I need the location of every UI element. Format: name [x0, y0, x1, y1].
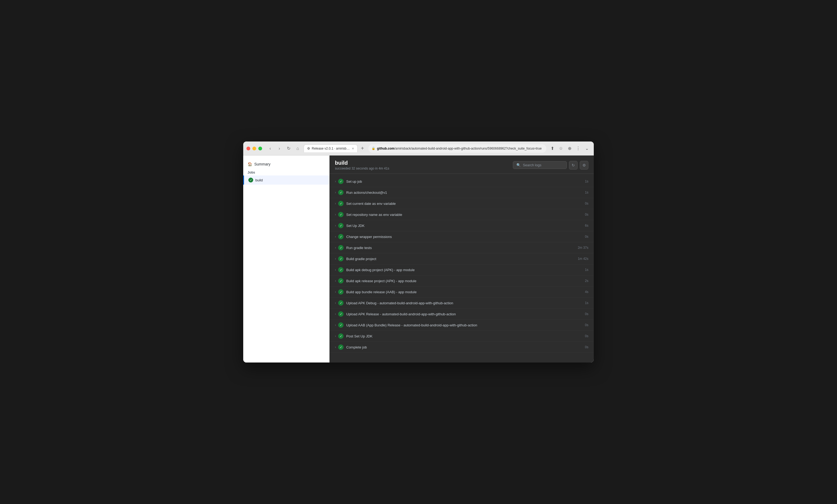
- step-name: Build apk release project (APK) - app mo…: [346, 279, 575, 283]
- step-item[interactable]: › ✓ Run actions/checkout@v1 1s: [330, 187, 594, 198]
- step-name: Run gradle tests: [346, 246, 575, 250]
- step-success-icon: ✓: [338, 334, 343, 339]
- home-button[interactable]: ⌂: [294, 145, 301, 152]
- step-item[interactable]: › ✓ Build apk release project (APK) - ap…: [330, 275, 594, 287]
- browser-navigation: ‹ › ↻ ⌂: [266, 145, 301, 152]
- step-item[interactable]: › ✓ Run gradle tests 2m 37s: [330, 242, 594, 253]
- step-duration: 0s: [575, 213, 588, 216]
- tab-close-button[interactable]: ×: [352, 146, 354, 151]
- step-chevron-icon: ›: [335, 312, 336, 316]
- step-chevron-icon: ›: [335, 224, 336, 228]
- step-name: Run actions/checkout@v1: [346, 191, 575, 195]
- step-chevron-icon: ›: [335, 290, 336, 294]
- step-duration: 0s: [575, 312, 588, 316]
- traffic-lights: [247, 147, 262, 150]
- settings-button[interactable]: ⚙: [580, 161, 588, 169]
- address-text: github.com/amirisback/automated-build-an…: [377, 147, 543, 150]
- step-item[interactable]: › ✓ Complete job 0s: [330, 342, 594, 353]
- step-name: Build gradle project: [346, 257, 575, 261]
- step-chevron-icon: ›: [335, 323, 336, 327]
- step-success-icon: ✓: [338, 267, 343, 272]
- refresh-button[interactable]: ↻: [569, 161, 577, 169]
- share-icon[interactable]: ⬆: [549, 145, 556, 152]
- refresh-icon: ↻: [572, 163, 575, 167]
- new-tab-button[interactable]: +: [359, 145, 366, 152]
- active-tab[interactable]: ⚙ Release v2.0.1 · amirisback/au ×: [304, 144, 358, 152]
- step-duration: 0s: [575, 323, 588, 327]
- step-item[interactable]: › ✓ Post Set Up JDK 0s: [330, 331, 594, 342]
- step-duration: 1s: [575, 268, 588, 272]
- bookmark-icon[interactable]: ☆: [557, 145, 565, 152]
- minimize-traffic-light[interactable]: [252, 147, 256, 150]
- step-duration: 0s: [575, 334, 588, 338]
- build-job-label: build: [255, 178, 263, 182]
- step-item[interactable]: › ✓ Upload APK Debug - automated-build-a…: [330, 298, 594, 309]
- summary-label: Summary: [254, 162, 270, 166]
- search-placeholder: Search logs: [523, 163, 541, 167]
- step-success-icon: ✓: [338, 245, 343, 250]
- maximize-traffic-light[interactable]: [258, 147, 262, 150]
- search-icon: 🔍: [516, 163, 521, 167]
- extensions-icon[interactable]: ⊕: [566, 145, 573, 152]
- step-chevron-icon: ›: [335, 202, 336, 205]
- step-item[interactable]: › ✓ Build gradle project 1m 42s: [330, 253, 594, 265]
- step-success-icon: ✓: [338, 234, 343, 239]
- step-chevron-icon: ›: [335, 334, 336, 338]
- step-name: Change wrapper permissions: [346, 235, 575, 239]
- step-duration: 0s: [575, 345, 588, 349]
- step-success-icon: ✓: [338, 278, 343, 284]
- step-item[interactable]: › ✓ Set current date as env variable 0s: [330, 198, 594, 209]
- step-success-icon: ✓: [338, 190, 343, 195]
- tab-bar: ⚙ Release v2.0.1 · amirisback/au × +: [304, 144, 366, 152]
- search-logs-input[interactable]: 🔍 Search logs: [513, 161, 567, 169]
- address-bar[interactable]: 🔒 github.com/amirisback/automated-build-…: [368, 144, 546, 153]
- step-item[interactable]: › ✓ Set up job 1s: [330, 176, 594, 187]
- tab-title: Release v2.0.1 · amirisback/au: [312, 147, 350, 150]
- step-item[interactable]: › ✓ Upload APK Release - automated-build…: [330, 309, 594, 320]
- step-item[interactable]: › ✓ Change wrapper permissions 0s: [330, 231, 594, 242]
- step-duration: 6s: [575, 224, 588, 228]
- step-chevron-icon: ›: [335, 345, 336, 349]
- build-job-item[interactable]: ✓ build: [243, 176, 329, 185]
- step-chevron-icon: ›: [335, 180, 336, 183]
- back-button[interactable]: ‹: [266, 145, 274, 152]
- step-item[interactable]: › ✓ Upload AAB (App Bundle) Release - au…: [330, 320, 594, 331]
- step-name: Upload APK Debug - automated-build-andro…: [346, 301, 575, 305]
- step-chevron-icon: ›: [335, 257, 336, 260]
- forward-button[interactable]: ›: [275, 145, 283, 152]
- build-subtitle: succeeded 32 seconds ago in 4m 41s: [335, 166, 389, 170]
- step-success-icon: ✓: [338, 256, 343, 262]
- sidebar: 🏠 Summary Jobs ✓ build: [243, 156, 330, 362]
- jobs-section-label: Jobs: [243, 168, 329, 176]
- dropdown-arrow-icon[interactable]: ⌄: [583, 145, 590, 152]
- step-success-icon: ✓: [338, 201, 343, 206]
- step-duration: 0s: [575, 202, 588, 205]
- reload-button[interactable]: ↻: [285, 145, 292, 152]
- home-icon: 🏠: [248, 162, 252, 166]
- step-success-icon: ✓: [338, 289, 343, 294]
- step-item[interactable]: › ✓ Set repository name as env variable …: [330, 209, 594, 220]
- step-duration: 4s: [575, 290, 588, 294]
- more-options-button[interactable]: ⋮: [574, 145, 582, 152]
- address-bar-row: 🔒 github.com/amirisback/automated-build-…: [368, 144, 546, 153]
- step-name: Set repository name as env variable: [346, 213, 575, 217]
- step-success-icon: ✓: [338, 223, 343, 228]
- gear-icon: ⚙: [583, 163, 586, 167]
- summary-link[interactable]: 🏠 Summary: [243, 160, 329, 168]
- lock-icon: 🔒: [372, 147, 375, 150]
- step-item[interactable]: › ✓ Set Up JDK 6s: [330, 220, 594, 231]
- step-name: Upload APK Release - automated-build-and…: [346, 312, 575, 316]
- step-success-icon: ✓: [338, 311, 343, 317]
- step-chevron-icon: ›: [335, 213, 336, 216]
- close-traffic-light[interactable]: [247, 147, 250, 150]
- step-chevron-icon: ›: [335, 279, 336, 283]
- step-duration: 2s: [575, 279, 588, 283]
- header-info: build succeeded 32 seconds ago in 4m 41s: [335, 160, 389, 170]
- step-success-icon: ✓: [338, 322, 343, 328]
- step-duration: 0s: [575, 235, 588, 238]
- step-chevron-icon: ›: [335, 301, 336, 305]
- step-item[interactable]: › ✓ Build apk debug project (APK) - app …: [330, 265, 594, 275]
- header-actions: 🔍 Search logs ↻ ⚙: [513, 161, 588, 169]
- step-item[interactable]: › ✓ Build app bundle release (AAB) - app…: [330, 287, 594, 298]
- step-chevron-icon: ›: [335, 246, 336, 250]
